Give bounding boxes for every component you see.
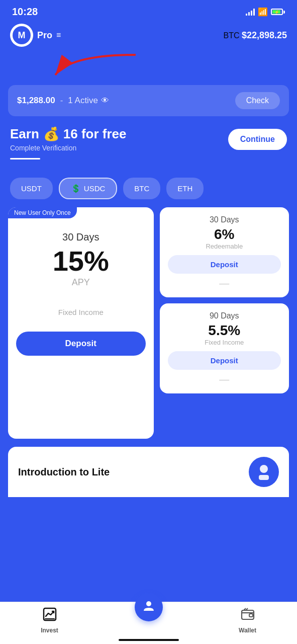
profile-section[interactable]: M Pro ≡ [10,24,61,47]
balance-bar: $1,288.00 - 1 Active 👁 Check [8,85,289,116]
right-card-1-rate: 6% [168,226,281,243]
right-card-1-type: Redeemable [168,243,281,250]
svg-rect-9 [249,614,253,617]
intro-graphic [249,457,279,487]
intro-section: Introduction to Lite [8,447,289,497]
tab-usdc[interactable]: 💲 USDC [59,178,118,199]
status-time: 10:28 [12,6,38,18]
left-card-rate: 15% [16,247,146,275]
right-card-1-days: 30 Days [168,215,281,224]
bottom-nav: Invest Wallet [0,602,297,644]
intro-text: Introduction to Lite [18,466,110,478]
right-deposit-button-2[interactable]: Deposit [168,351,281,370]
earn-banner: Earn 💰 16 for free Complete Verification… [0,126,297,170]
battery-icon: ⚡ [271,9,285,15]
right-card-2-days: 90 Days [168,311,281,320]
tabs-section: USDT 💲 USDC BTC ETH [0,170,297,207]
active-count: 1 Active [68,96,98,106]
tab-eth-label: ETH [177,184,192,193]
tab-usdt[interactable]: USDT [10,178,53,199]
right-card-2: 90 Days 5.5% Fixed Income Deposit — [160,303,289,393]
tab-usdt-label: USDT [21,184,42,193]
svg-point-3 [260,465,268,473]
btc-price: $22,898.25 [242,30,287,40]
usdc-icon: 💲 [71,184,81,193]
signal-icon [246,9,255,16]
right-card-2-rate: 5.5% [168,323,281,339]
active-badge: 1 Active 👁 [68,96,109,106]
wallet-label: Wallet [239,627,256,634]
left-deposit-button[interactable]: Deposit [16,332,146,356]
svg-rect-4 [259,475,269,480]
right-card-2-type: Fixed Income [168,339,281,346]
left-card: New User Only Once 30 Days 15% APY Fixed… [8,207,154,439]
invest-icon [43,607,57,625]
earn-prefix: Earn [10,126,39,142]
balance-amount: $1,288.00 [17,96,55,106]
verification-text: Complete Verification [10,144,127,152]
cards-section: New User Only Once 30 Days 15% APY Fixed… [0,207,297,439]
earn-text-block: Earn 💰 16 for free Complete Verification [10,126,127,152]
tab-btc-label: BTC [134,184,149,193]
left-card-type: Fixed Income [16,308,146,316]
svg-rect-8 [242,610,254,619]
tabs-row: USDT 💲 USDC BTC ETH [10,178,287,199]
right-card-1: 30 Days 6% Redeemable Deposit — [160,207,289,297]
pro-label: Pro [37,30,52,41]
card-divider-1: — [168,278,281,289]
continue-button[interactable]: Continue [228,129,287,150]
left-card-days: 30 Days [16,231,146,243]
earn-number: 16 for free [63,126,127,142]
check-button[interactable]: Check [235,92,280,109]
card-divider-2: — [168,374,281,385]
balance-info: $1,288.00 - 1 Active 👁 [17,96,109,106]
status-icons: 📶 ⚡ [246,7,285,17]
wifi-icon: 📶 [258,7,268,17]
svg-rect-6 [45,618,55,619]
menu-icon[interactable]: ≡ [56,31,61,40]
home-indicator [119,639,179,641]
btc-label: BTC [223,31,239,40]
svg-point-7 [146,601,151,606]
underline-indicator [10,158,40,159]
earn-row: Earn 💰 16 for free Complete Verification… [10,126,287,152]
right-deposit-button-1[interactable]: Deposit [168,255,281,274]
tab-eth[interactable]: ETH [166,178,204,199]
nav-wallet[interactable]: Wallet [198,607,297,634]
invest-label: Invest [41,627,58,634]
cards-right: 30 Days 6% Redeemable Deposit — 90 Days … [160,207,289,439]
arrow-annotation [10,55,287,85]
svg-text:M: M [18,30,26,40]
status-bar: 10:28 📶 ⚡ [0,0,297,22]
new-user-badge: New User Only Once [8,207,77,218]
separator: - [60,96,63,106]
red-arrow-svg [40,50,141,85]
earn-emoji: 💰 [43,126,59,142]
wallet-icon [241,607,255,625]
left-card-apy: APY [16,277,146,288]
center-icon [142,599,156,616]
center-button[interactable] [135,593,163,621]
avatar[interactable]: M [10,24,33,47]
nav-invest[interactable]: Invest [0,607,99,634]
btc-price-section: BTC $22,898.25 [223,30,287,41]
eye-icon: 👁 [101,96,109,105]
tab-usdc-label: USDC [84,184,106,193]
tab-btc[interactable]: BTC [123,178,160,199]
nav-center[interactable] [99,603,198,630]
